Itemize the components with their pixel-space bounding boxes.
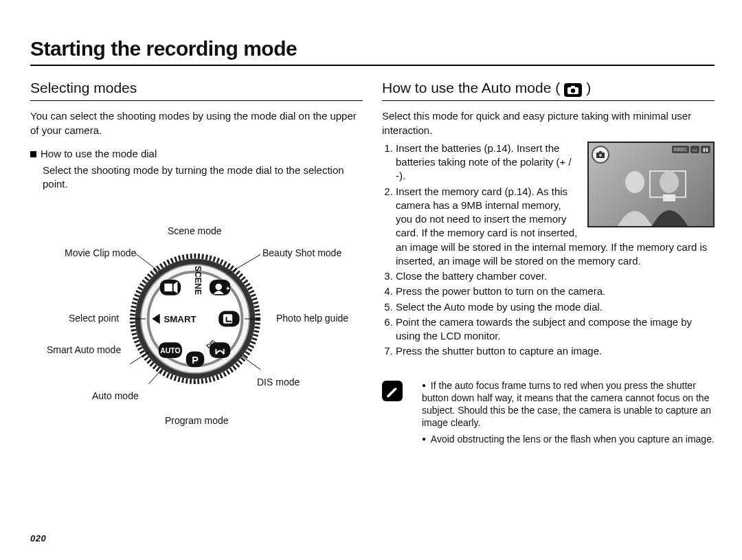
svg-rect-35 — [663, 194, 675, 201]
mode-dial: SCENE ✦ — [130, 254, 260, 384]
left-intro: You can select the shooting modes by usi… — [30, 109, 363, 137]
svg-rect-28 — [571, 86, 575, 88]
square-bullet-icon — [30, 151, 36, 157]
step-6: Point the camera towards the subject and… — [396, 315, 715, 344]
dial-auto-text: AUTO — [160, 347, 180, 355]
svg-line-20 — [229, 254, 260, 273]
preview-counter: 00001 — [672, 146, 689, 153]
svg-line-19 — [134, 254, 161, 273]
left-column: Selecting modes You can select the shoot… — [30, 76, 363, 453]
label-select-point: Select point — [69, 313, 119, 323]
page-number: 020 — [30, 533, 46, 544]
label-dis: DIS mode — [257, 377, 300, 387]
left-heading: Selecting modes — [30, 78, 363, 98]
svg-point-29 — [571, 89, 575, 93]
svg-line-24 — [241, 355, 261, 372]
right-rule — [382, 100, 715, 101]
dial-subtitle: How to use the mode dial — [41, 148, 157, 159]
step-4: Press the power button to turn on the ca… — [396, 284, 715, 298]
svg-line-25 — [143, 368, 163, 384]
right-column: How to use the Auto mode ( ) Select this… — [382, 76, 715, 453]
dial-body: Select the shooting mode by turning the … — [43, 164, 363, 192]
preview-battery-icon: ▮▮ — [701, 146, 710, 153]
title-rule — [30, 65, 715, 66]
label-movie: Movie Clip mode — [65, 248, 136, 258]
svg-point-33 — [625, 171, 644, 193]
lcd-preview: 00001 ▭ ▮▮ — [587, 142, 715, 227]
manual-page: Starting the recording mode Selecting mo… — [0, 0, 742, 560]
svg-point-32 — [599, 154, 602, 157]
mode-dial-paragraph: How to use the mode dial Select the shoo… — [30, 147, 363, 192]
step-3: Close the battery chamber cover. — [396, 269, 715, 283]
camera-icon — [564, 83, 582, 97]
label-auto: Auto mode — [92, 391, 139, 401]
svg-point-8 — [215, 283, 222, 290]
left-rule — [30, 100, 363, 101]
right-heading: How to use the Auto mode ( ) — [382, 78, 715, 98]
label-photo-help: Photo help guide — [276, 313, 348, 323]
two-columns: Selecting modes You can select the shoot… — [30, 76, 715, 453]
note-1: If the auto focus frame turns to red whe… — [422, 379, 715, 429]
label-scene: Scene mode — [168, 226, 222, 236]
page-title: Starting the recording mode — [30, 37, 715, 60]
label-program: Program mode — [165, 416, 229, 425]
step-7: Press the shutter button to capture an i… — [396, 344, 715, 358]
dial-p-text: P — [192, 354, 199, 365]
dial-scene-text: SCENE — [193, 265, 203, 295]
dial-smart-text: SMART — [164, 313, 196, 324]
svg-point-34 — [660, 171, 679, 193]
note-icon — [382, 381, 403, 401]
svg-text:✦: ✦ — [225, 285, 231, 292]
note-box: If the auto focus frame turns to red whe… — [382, 379, 715, 450]
label-beauty: Beauty Shot mode — [262, 248, 341, 258]
preview-topbar: 00001 ▭ ▮▮ — [672, 146, 710, 153]
preview-mode-icon — [592, 146, 609, 164]
label-smart-auto: Smart Auto mode — [47, 345, 121, 355]
step-5: Select the Auto mode by using the mode d… — [396, 300, 715, 314]
preview-quality-icon: ▭ — [690, 146, 699, 153]
svg-rect-31 — [599, 151, 602, 153]
mode-dial-illustration: SCENE ✦ — [30, 212, 363, 453]
note-list: If the auto focus frame turns to red whe… — [412, 379, 715, 450]
note-2: Avoid obstructing the lens or the flash … — [422, 433, 715, 445]
right-intro: Select this mode for quick and easy pict… — [382, 109, 715, 137]
svg-rect-5 — [164, 283, 172, 291]
preview-subjects-icon — [604, 164, 700, 226]
